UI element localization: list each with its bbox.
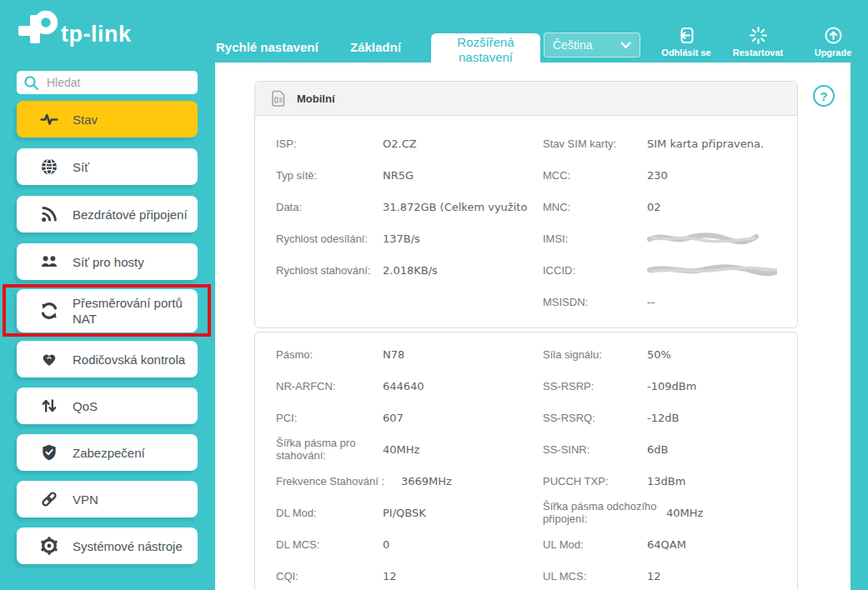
sidebar-item-label: Rodičovská kontrola	[73, 352, 185, 368]
search-input[interactable]	[45, 75, 193, 90]
logout-label: Odhlásit se	[650, 48, 722, 58]
info-row: Šířka pásma pro stahování:40MHz	[276, 433, 543, 465]
info-row: SS-RSRP:-109dBm	[543, 370, 777, 402]
sidebar-item-label: QoS	[73, 398, 98, 414]
tp-link-logo: tp-link	[17, 8, 150, 52]
sidebar-search[interactable]	[17, 71, 198, 94]
nat-arrows-icon	[40, 302, 58, 320]
sidebar-item-bezdratove-pripojeni[interactable]: Bezdrátové připojení	[17, 196, 198, 232]
upgrade-label: Upgrade	[797, 48, 868, 58]
info-row: CQI:12	[276, 560, 543, 590]
upgrade-button[interactable]: Upgrade	[797, 26, 868, 58]
redacted-imsi-value	[647, 232, 777, 245]
info-row: MNC:02	[543, 191, 777, 222]
tab-rychle-nastaveni[interactable]: Rychlé nastavení	[216, 40, 319, 54]
header-bar: tp-link Rychlé nastavení Základní Rozšíř…	[0, 0, 868, 62]
heart-icon	[40, 350, 58, 368]
info-row: ICCID:	[543, 254, 777, 286]
sidebar-item-systemove-nastroje[interactable]: Systémové nástroje	[17, 528, 198, 564]
info-row: UL MCS:12	[543, 560, 777, 590]
updown-arrows-icon	[40, 397, 58, 415]
wifi-icon	[40, 205, 58, 223]
logout-button[interactable]: Odhlásit se	[650, 26, 722, 58]
info-row: NR-ARFCN:644640	[276, 370, 543, 402]
sim-card-icon	[270, 90, 286, 107]
info-row: PUCCH TXP:13dBm	[543, 465, 777, 497]
chevron-down-icon	[620, 42, 631, 49]
info-row: Data:31.872GB (Celkem využito	[276, 191, 543, 222]
help-icon[interactable]: ?	[813, 85, 835, 107]
sidebar-item-label: VPN	[73, 492, 98, 508]
info-row: DL Mod:PI/QBSK	[276, 497, 543, 528]
shield-icon	[40, 443, 58, 462]
tab-label-line1: Rozšířená	[457, 35, 514, 49]
info-row: Typ sítě:NR5G	[276, 159, 543, 191]
info-row: MSISDN:--	[543, 286, 777, 318]
logo-text: tp-link	[61, 22, 132, 47]
info-row: SS-SINR:6dB	[543, 433, 777, 465]
mobile-info-card: Mobilní ISP:O2.CZ Typ sítě:NR5G Data:31.…	[254, 81, 798, 328]
card-header: Mobilní	[255, 82, 797, 116]
guests-icon	[40, 252, 58, 271]
signal-info-card: Pásmo:N78 NR-ARFCN:644640 PCI:607 Šířka …	[254, 332, 798, 590]
sidebar-item-label: Síť pro hosty	[73, 254, 144, 270]
sidebar-item-vpn[interactable]: VPN	[17, 481, 198, 518]
language-dropdown[interactable]: Čeština	[544, 32, 640, 58]
search-icon	[23, 75, 39, 91]
sidebar-item-label: Síť	[73, 159, 89, 175]
info-row: PCI:607	[276, 402, 543, 433]
sidebar-item-label: Stav	[73, 112, 98, 128]
sidebar-item-label: Systémové nástroje	[73, 538, 183, 554]
info-row: Šířka pásma odchozího připojení:40MHz	[543, 497, 777, 528]
tab-rozsirena-nastaveni[interactable]: Rozšířená nastavení	[431, 33, 540, 63]
sidebar: Stav Síť Bezdrátové připojení	[0, 62, 215, 590]
restart-button[interactable]: Restartovat	[722, 26, 794, 58]
info-row: IMSI:	[543, 222, 777, 254]
info-row: ISP:O2.CZ	[276, 128, 543, 159]
tab-zakladni[interactable]: Základní	[350, 40, 401, 54]
restart-label: Restartovat	[722, 48, 794, 58]
redacted-iccid-value	[647, 263, 777, 277]
sidebar-item-stav[interactable]: Stav	[17, 101, 198, 138]
sidebar-item-zabezpeceni[interactable]: Zabezpečení	[17, 434, 198, 471]
info-row: Pásmo:N78	[276, 338, 543, 370]
info-row: Rychlost odesílání:137B/s	[276, 222, 543, 254]
link-icon	[40, 490, 58, 508]
sidebar-item-qos[interactable]: QoS	[17, 388, 198, 424]
logout-icon	[650, 26, 722, 45]
info-row: Rychlost stahování:2.018KB/s	[276, 254, 543, 286]
sidebar-item-label: Přesměrování portů NAT	[73, 295, 198, 327]
sidebar-item-sit-pro-hosty[interactable]: Síť pro hosty	[17, 243, 198, 280]
card-title: Mobilní	[297, 92, 335, 105]
info-row: Stav SIM karty:SIM karta připravena.	[543, 128, 777, 159]
language-value: Čeština	[553, 38, 592, 52]
main-content-panel: ? Mobilní ISP:O2.CZ Typ sítě:NR5G	[215, 62, 850, 590]
sidebar-item-sit[interactable]: Síť	[17, 148, 198, 185]
activity-icon	[40, 110, 58, 128]
info-row: SS-RSRQ:-12dB	[543, 402, 777, 433]
info-row: MCC:230	[543, 159, 777, 191]
upgrade-icon	[797, 26, 868, 45]
sidebar-item-rodicovska-kontrola[interactable]: Rodičovská kontrola	[17, 341, 198, 378]
restart-icon	[722, 26, 794, 45]
info-row: UL Mod:64QAM	[543, 528, 777, 560]
info-row: DL MCS:0	[276, 528, 543, 560]
sidebar-item-presmerovani-portu-nat[interactable]: Přesměrování portů NAT	[17, 289, 198, 332]
gear-icon	[40, 537, 58, 555]
sidebar-item-label: Bezdrátové připojení	[73, 207, 188, 222]
info-row: Frekvence Stahování :3669MHz	[276, 465, 543, 497]
globe-icon	[40, 158, 58, 176]
info-row: Síla signálu:50%	[543, 338, 777, 370]
sidebar-item-label: Zabezpečení	[73, 445, 145, 461]
